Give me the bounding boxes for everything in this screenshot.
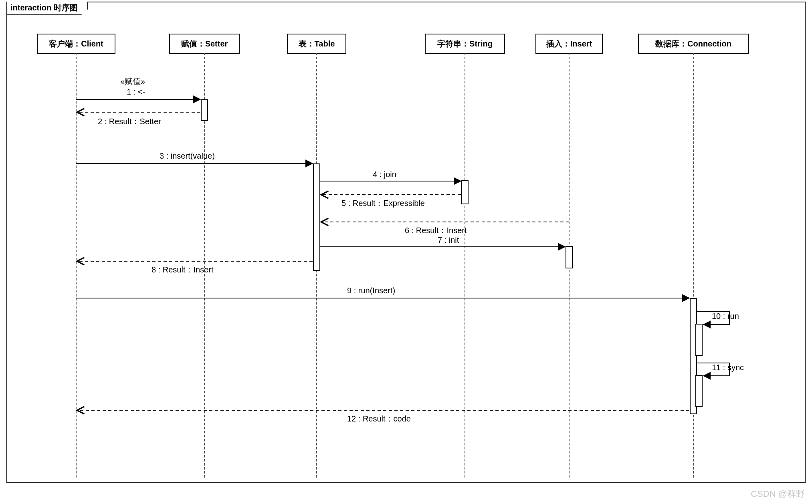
diagram-canvas: interaction 时序图 客户端：Client 赋值：Setter 表：T… [0, 0, 812, 504]
watermark: CSDN @群野 [751, 488, 805, 500]
lifeline-string [465, 53, 465, 478]
participant-insert: 插入：Insert [535, 34, 603, 54]
label-m3: 3 : insert(value) [160, 151, 215, 161]
participant-client: 客户端：Client [37, 34, 115, 54]
label-m4: 4 : join [373, 170, 396, 179]
activation-connection-run [695, 324, 703, 356]
label-m5: 5 : Result：Expressible [341, 198, 425, 209]
participant-connection: 数据库：Connection [638, 34, 749, 54]
participant-table: 表：Table [287, 34, 346, 54]
label-m11: 11 : sync [712, 363, 744, 372]
participant-setter: 赋值：Setter [169, 34, 240, 54]
label-m10: 10 : run [712, 312, 739, 321]
label-m1-stereo: «赋值» [120, 76, 145, 87]
activation-string-1 [461, 180, 469, 204]
label-m6: 6 : Result：Insert [405, 225, 467, 236]
activation-table-1 [313, 163, 320, 271]
frame-title: interaction 时序图 [6, 2, 88, 15]
label-m12: 12 : Result：code [347, 413, 411, 424]
label-m1: 1 : <- [127, 87, 145, 97]
participant-string: 字符串：String [425, 34, 505, 54]
lifeline-client [76, 53, 77, 478]
activation-insert-1 [566, 246, 573, 268]
label-m7: 7 : init [438, 236, 459, 245]
label-m2: 2 : Result：Setter [98, 116, 161, 127]
label-m8: 8 : Result：Insert [151, 264, 214, 275]
activation-setter-1 [201, 99, 208, 121]
label-m9: 9 : run(Insert) [347, 286, 395, 295]
activation-connection-sync [695, 375, 703, 407]
diagram-frame [6, 2, 806, 483]
